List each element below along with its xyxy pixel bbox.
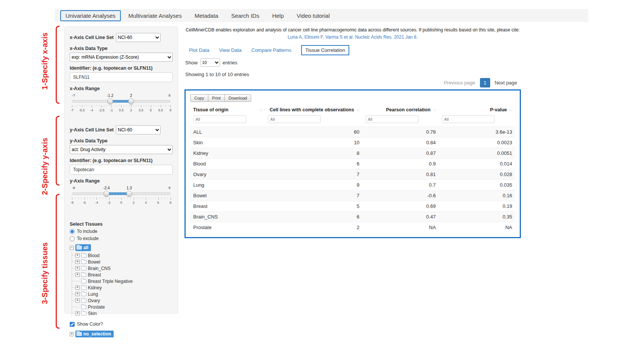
y-data-type-select[interactable]: act: Drug Activity <box>70 145 173 154</box>
slider-tick-label: -6 <box>83 201 86 204</box>
tab-search-ids[interactable]: Search IDs <box>226 10 264 21</box>
tab-multivariate-analyses[interactable]: Multivariate Analyses <box>123 10 187 21</box>
tab-univariate-analyses[interactable]: Univariate Analyses <box>60 10 121 21</box>
slider-handle-from[interactable] <box>107 98 113 104</box>
tree-item-label: all <box>83 245 88 250</box>
to-exclude-option[interactable]: To exclude <box>70 236 173 241</box>
tree-item-ovary[interactable]: +Ovary <box>75 297 173 304</box>
expand-icon[interactable]: + <box>75 298 80 303</box>
slider-tick-label: -8 <box>70 201 73 204</box>
to-exclude-radio[interactable] <box>70 236 75 241</box>
tree-item-label: Blood <box>88 253 100 258</box>
sort-icon[interactable]: ↑↓ <box>356 108 360 112</box>
tab-plot-data[interactable]: Plot Data <box>189 45 209 55</box>
tab-help[interactable]: Help <box>267 10 289 21</box>
to-include-option[interactable]: To include <box>70 229 173 234</box>
expand-icon[interactable]: + <box>75 273 80 277</box>
showing-entries-text: Showing 1 to 10 of 10 entries <box>185 72 521 77</box>
filter-cell-lines-input[interactable] <box>268 115 321 123</box>
slider-tick-label: -1 <box>110 108 113 112</box>
to-include-radio[interactable] <box>70 229 75 234</box>
next-page-button[interactable]: Next page <box>491 78 521 87</box>
download-button[interactable]: Download <box>224 94 251 102</box>
slider-handle-to[interactable] <box>127 191 132 197</box>
tissue-cell: Ovary <box>190 169 265 180</box>
expand-icon[interactable]: + <box>75 266 80 270</box>
slider-handle-to[interactable] <box>128 98 134 104</box>
tab-metadata[interactable]: Metadata <box>189 10 224 21</box>
y-identifier-input[interactable] <box>70 165 173 175</box>
y-range-slider[interactable]: -8 8 -2.4 1.3 -8-6-4-202468 <box>72 186 170 207</box>
top-navbar: Univariate Analyses Multivariate Analyse… <box>55 9 588 22</box>
leaf-connector <box>75 281 80 281</box>
expand-icon[interactable]: + <box>75 286 80 290</box>
y-data-type-label: y-Axis Data Type <box>70 138 173 144</box>
tree-item-all[interactable]: all <box>75 244 91 251</box>
value-cell: 0.47 <box>363 212 439 222</box>
x-range-slider[interactable]: -7 8 -1.2 2 -7-5.5-4-2.5-10.523.556.58 <box>72 94 170 115</box>
expand-icon[interactable]: + <box>75 292 80 296</box>
slider-max-label: 8 <box>169 94 170 97</box>
column-header-pearson[interactable]: Pearson correlation ↑↓ <box>363 105 439 115</box>
tree-item-blood[interactable]: +Blood <box>75 252 173 259</box>
tab-view-data[interactable]: View Data <box>219 45 241 55</box>
y-cell-line-set-label: y-Axis Cell Line Set <box>70 127 114 133</box>
x-cell-line-set-select[interactable]: NCI-60 <box>116 33 161 42</box>
collapse-icon[interactable]: − <box>70 246 74 250</box>
tree-item-label: Prostate <box>88 304 105 310</box>
expand-icon[interactable]: + <box>70 332 74 336</box>
citation-link[interactable]: Luna A, Elloumi F, Varma S et al. Nuclei… <box>184 34 521 41</box>
tree-item-skin[interactable]: +Skin <box>75 310 173 317</box>
copy-button[interactable]: Copy <box>190 94 208 102</box>
expand-icon[interactable]: + <box>75 311 80 315</box>
slider-handle-from[interactable] <box>104 191 109 197</box>
print-button[interactable]: Print <box>208 94 225 102</box>
tree-item-bowel[interactable]: +Bowel <box>75 259 173 265</box>
filter-pvalue-input[interactable] <box>442 115 495 123</box>
tree-item-lung[interactable]: +Lung <box>75 291 173 297</box>
tree-item-label: Brain_CNS <box>88 266 111 271</box>
tab-compare-patterns[interactable]: Compare Patterns <box>252 45 292 55</box>
slider-tick-label: 3.5 <box>139 108 144 112</box>
tree-item-prostate[interactable]: Prostate <box>75 304 173 310</box>
table-row: ALL600.783.6e-13 <box>190 127 515 137</box>
tab-video-tutorial[interactable]: Video tutorial <box>291 10 335 21</box>
sort-icon[interactable]: ↑↓ <box>259 108 262 112</box>
value-cell: 10 <box>265 137 362 148</box>
expand-icon[interactable]: + <box>75 253 80 257</box>
filter-tissue-input[interactable] <box>193 115 246 123</box>
slider-grid: -8-6-4-202468 <box>72 197 170 206</box>
slider-tick-label: 8 <box>169 201 171 204</box>
value-cell: 0.0051 <box>439 148 515 159</box>
slider-selected-bar[interactable] <box>106 192 129 195</box>
show-color-checkbox[interactable] <box>70 322 75 327</box>
column-header-tissue[interactable]: Tissue of origin ↑↓ <box>190 105 265 115</box>
x-identifier-input[interactable] <box>70 72 173 82</box>
sort-icon[interactable]: ↑↓ <box>509 108 512 112</box>
x-data-type-select[interactable]: exp: mRNA Expression (Z-Score) <box>70 53 173 62</box>
folder-icon <box>81 279 86 283</box>
pagination: Previous page 1 Next page <box>184 78 521 87</box>
tree-item-breast-triple-negative[interactable]: Breast Triple Negative <box>75 278 173 284</box>
y-cell-line-set-select[interactable]: NCI-60 <box>116 125 161 134</box>
tree-item-kidney[interactable]: +Kidney <box>75 284 173 291</box>
tree-item-brain-cns[interactable]: +Brain_CNS <box>75 265 173 272</box>
tree-item-no-selection[interactable]: no_selection <box>75 331 114 337</box>
page-1-button[interactable]: 1 <box>480 78 490 87</box>
filter-pearson-input[interactable] <box>366 115 419 123</box>
sidebar-panel: x-Axis Cell Line Set NCI-60 x-Axis Data … <box>64 27 178 314</box>
folder-icon <box>81 273 86 277</box>
previous-page-button[interactable]: Previous page <box>440 78 479 87</box>
tab-tissue-correlation[interactable]: Tissue Correlation <box>301 45 349 55</box>
show-color-option[interactable]: Show Color? <box>70 321 173 327</box>
slider-grid: -7-5.5-4-2.5-10.523.556.58 <box>72 105 170 113</box>
entries-select[interactable]: 10 <box>200 58 220 67</box>
annotation-bracket-y <box>56 116 59 186</box>
column-header-cell-lines[interactable]: Cell lines with complete observations ↑↓ <box>265 105 362 115</box>
slider-from-value: -1.2 <box>107 94 113 98</box>
select-tissues-title: Select Tissues <box>70 222 173 227</box>
column-header-pvalue[interactable]: P-value ↑↓ <box>439 105 515 115</box>
expand-icon[interactable]: + <box>75 260 80 264</box>
sort-icon[interactable]: ↑↓ <box>433 108 436 112</box>
tree-item-breast[interactable]: +Breast <box>75 272 173 278</box>
